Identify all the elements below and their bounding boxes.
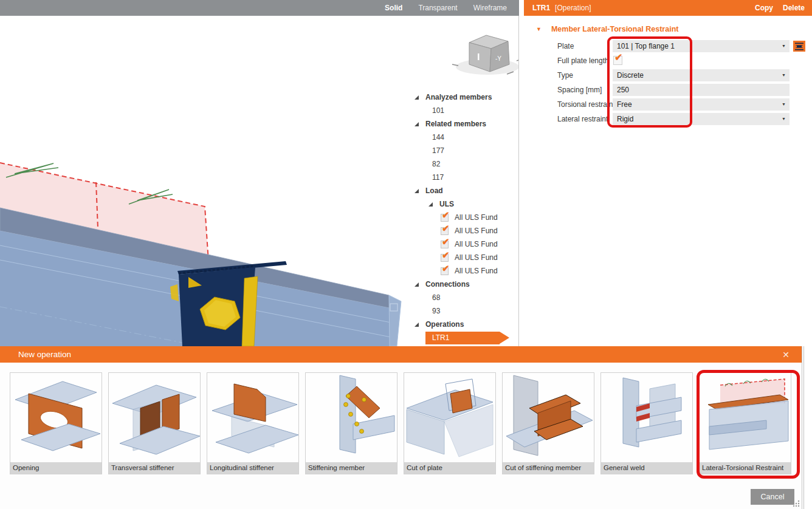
property-label: Spacing [mm] (557, 86, 602, 94)
dialog-title: New operation (0, 350, 71, 359)
collapse-caret-icon[interactable]: ▼ (536, 26, 542, 32)
property-row-plate: Plate101 | Top flange 1▼ (524, 40, 812, 53)
expander-icon[interactable] (415, 95, 419, 100)
plate-icon (795, 43, 803, 50)
chevron-down-icon[interactable]: ▼ (782, 69, 786, 81)
operation-card-cut-of-stiffening-member[interactable]: Cut of stiffening member (502, 372, 594, 474)
load-case-checkbox[interactable]: ✔ (441, 241, 449, 248)
chevron-down-icon[interactable]: ▼ (782, 40, 786, 52)
full-plate-length-checkbox[interactable]: ✔ (613, 56, 622, 65)
load-case-checkbox[interactable]: ✔ (441, 227, 449, 235)
load-case-checkbox[interactable]: ✔ (441, 267, 449, 275)
expander-icon[interactable] (428, 202, 433, 207)
tree-item-label: Operations (425, 320, 464, 329)
tree-item-label: All ULS Fund (455, 253, 498, 262)
chevron-down-icon[interactable]: ▼ (782, 98, 786, 111)
tree-item-related-members[interactable]: Related members (411, 117, 519, 131)
lateral-restraint-dropdown[interactable]: Rigid▼ (613, 113, 790, 125)
tree-item-load[interactable]: Load (411, 184, 519, 197)
check-icon: ✔ (442, 236, 450, 247)
property-label: Lateral restraint (557, 115, 608, 123)
plate-yellow-fragment (170, 284, 179, 301)
tree-item-all-uls-fund[interactable]: ✔All ULS Fund (411, 251, 519, 264)
load-case-checkbox[interactable]: ✔ (441, 254, 449, 262)
expander-icon[interactable] (415, 189, 419, 193)
delete-button[interactable]: Delete (783, 4, 805, 12)
new-operation-dialog: New operation ✕ OpeningTransversal stiff… (0, 346, 802, 509)
tree-item-68[interactable]: 68 (411, 291, 519, 304)
tree-item-ltr1[interactable]: LTR1 (411, 331, 519, 344)
transversal-stiffener-thumbnail-icon (109, 373, 200, 462)
check-icon: ✔ (442, 263, 450, 274)
operation-card-lateral-torsional-restraint[interactable]: Lateral-Torsional Restraint (699, 372, 791, 474)
tree-item-177[interactable]: 177 (411, 144, 519, 157)
cube-face-label: -Y (495, 55, 501, 62)
property-row-type: TypeDiscrete▼ (524, 69, 812, 82)
chevron-down-icon[interactable]: ▼ (782, 113, 786, 125)
tree-item-all-uls-fund[interactable]: ✔All ULS Fund (411, 224, 519, 237)
opening-thumbnail-icon (10, 373, 102, 462)
selected-operation-highlight[interactable]: LTR1 (425, 332, 500, 344)
view-mode-solid[interactable]: Solid (385, 4, 402, 12)
operation-card-label: Cut of stiffening member (503, 462, 594, 474)
tree-item-144[interactable]: 144 (411, 131, 519, 144)
tree-item-label: ULS (439, 200, 454, 208)
operation-card-longitudinal-stiffener[interactable]: Longitudinal stiffener (207, 372, 299, 474)
plate-dropdown[interactable]: 101 | Top flange 1▼ (613, 40, 790, 52)
tree-item-all-uls-fund[interactable]: ✔All ULS Fund (411, 211, 519, 224)
tree-item-connections[interactable]: Connections (411, 278, 519, 291)
expander-icon[interactable] (415, 282, 419, 287)
tree-item-uls[interactable]: ULS (411, 197, 519, 211)
view-mode-transparent[interactable]: Transparent (418, 4, 457, 12)
tree-item-label: All ULS Fund (455, 267, 498, 275)
operation-card-general-weld[interactable]: General weld (600, 372, 693, 474)
tree-item-label: LTR1 (432, 333, 449, 342)
operation-card-label: Stiffening member (306, 462, 397, 474)
tree-item-93[interactable]: 93 (411, 304, 519, 318)
property-label: Plate (557, 42, 574, 50)
property-row-spacing-mm: Spacing [mm]250 (524, 84, 812, 97)
load-case-checkbox[interactable]: ✔ (441, 214, 449, 222)
expander-icon[interactable] (415, 122, 419, 126)
operation-card-label: Lateral-Torsional Restraint (700, 462, 791, 474)
resize-grip[interactable] (793, 500, 800, 507)
tree-item-82[interactable]: 82 (411, 157, 519, 171)
tree-item-operations[interactable]: Operations (411, 318, 519, 331)
expander-icon[interactable] (415, 323, 419, 327)
property-row-torsional-restraint: Torsional restraintFree▼ (524, 98, 812, 111)
section-header[interactable]: ▼ Member Lateral-Torsional Restraint (536, 25, 678, 33)
close-icon[interactable]: ✕ (782, 350, 802, 360)
type-dropdown[interactable]: Discrete▼ (613, 69, 790, 81)
tree-item-all-uls-fund[interactable]: ✔All ULS Fund (411, 237, 519, 251)
operation-card-opening[interactable]: Opening (10, 372, 102, 474)
copy-button[interactable]: Copy (755, 4, 773, 12)
tree-item-all-uls-fund[interactable]: ✔All ULS Fund (411, 264, 519, 278)
tree-item-analyzed-members[interactable]: Analyzed members (411, 91, 519, 104)
operation-card-label: Cut of plate (404, 462, 495, 474)
tree-item-label: 93 (432, 307, 440, 315)
navigation-cube[interactable]: -Y (452, 35, 519, 75)
spacing-mm-input[interactable]: 250 (613, 84, 790, 96)
check-icon: ✔ (442, 250, 450, 261)
property-row-lateral-restraint: Lateral restraintRigid▼ (524, 113, 812, 126)
plate-picker-button[interactable] (793, 41, 805, 52)
operation-card-label: Opening (10, 462, 102, 474)
property-row-full-plate-length: Full plate length✔ (524, 55, 812, 67)
view-mode-wireframe[interactable]: Wireframe (473, 4, 507, 12)
tree-item-label: All ULS Fund (455, 213, 498, 222)
tree-item-117[interactable]: 117 (411, 171, 519, 184)
operation-card-stiffening-member[interactable]: Stiffening member (305, 372, 397, 474)
scene-tree: Analyzed members101Related members144177… (411, 91, 519, 344)
operation-card-transversal-stiffener[interactable]: Transversal stiffener (108, 372, 201, 474)
torsional-restraint-dropdown[interactable]: Free▼ (613, 98, 790, 111)
check-icon: ✔ (442, 223, 450, 234)
operation-card-cut-of-plate[interactable]: Cut of plate (404, 372, 496, 474)
operation-card-label: General weld (601, 462, 692, 474)
tree-item-label: All ULS Fund (455, 227, 498, 235)
application-window: { "colors": { "accent_orange": "#F07123"… (0, 0, 812, 509)
cancel-button[interactable]: Cancel (751, 489, 794, 505)
cut-of-stiffening-member-thumbnail-icon (503, 373, 594, 462)
operation-card-list: OpeningTransversal stiffenerLongitudinal… (10, 372, 791, 474)
operation-card-label: Longitudinal stiffener (207, 462, 298, 474)
tree-item-101[interactable]: 101 (411, 104, 519, 117)
